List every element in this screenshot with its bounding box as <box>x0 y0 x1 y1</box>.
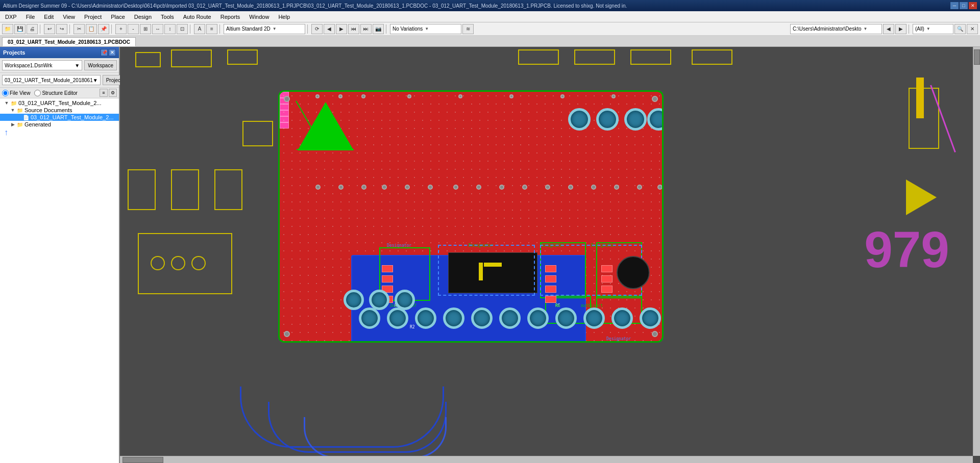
thru-hole-row2-11 <box>640 307 661 329</box>
toolbar-sep-2 <box>69 24 71 34</box>
tree-item-project[interactable]: ▼ 📁 03_012_UART_Test_Module_2... <box>0 99 119 107</box>
expand-project: ▼ <box>4 100 9 106</box>
tab-bar: 03_012_UART_Test_Module_20180613_1.PCBDO… <box>0 36 980 47</box>
path-dropdown[interactable]: C:\Users\Administrator\Deskto ▼ <box>790 24 882 34</box>
toolbar-btn-camera[interactable]: 📷 <box>373 24 384 34</box>
outer-comp-top2 <box>574 49 615 65</box>
corner-via-tr <box>652 96 658 102</box>
no-label: No <box>555 303 560 308</box>
via-15 <box>637 185 642 190</box>
via-t8 <box>611 94 616 98</box>
view-icon-2[interactable]: ⚙ <box>109 89 117 97</box>
toolbar-btn-redo[interactable]: ↪ <box>56 24 67 34</box>
toolbar-btn-back[interactable]: ◀ <box>883 24 894 34</box>
panel-close-btn[interactable]: ✕ <box>109 49 116 56</box>
toolbar-btn-3[interactable]: 🖨 <box>27 24 38 34</box>
menu-window[interactable]: Window <box>245 13 273 21</box>
menu-autoroute[interactable]: Auto Route <box>179 13 215 21</box>
tab-pcbdoc[interactable]: 03_012_UART_Test_Module_20180613_1.PCBDO… <box>2 37 136 46</box>
menu-place[interactable]: Place <box>107 13 129 21</box>
toolbar-btn-clear[interactable]: ✕ <box>967 24 978 34</box>
left-connector <box>242 121 273 146</box>
toolbar-btn-search[interactable]: 🔍 <box>954 24 966 34</box>
workspace-dropdown[interactable]: Workspace1.DsnWrk ▼ <box>2 60 82 70</box>
thru-hole-row2-1 <box>359 307 380 329</box>
horizontal-scrollbar[interactable] <box>120 456 973 463</box>
workspace-button[interactable]: Workspace <box>84 60 117 70</box>
menu-reports[interactable]: Reports <box>216 13 244 21</box>
toolbar-btn-fit[interactable]: ⊞ <box>140 24 151 34</box>
maximize-button[interactable]: □ <box>960 2 968 9</box>
toolbar-row1: 📁 💾 🖨 ↩ ↪ ✂ 📋 📌 + - ⊞ ↔ ↕ ⊡ A ≡ Altium S… <box>0 22 980 36</box>
tree-item-source-docs[interactable]: ▼ 📁 Source Documents <box>0 107 119 114</box>
menu-file[interactable]: File <box>22 13 39 21</box>
toolbar-btn-undo[interactable]: ↩ <box>44 24 55 34</box>
menu-tools[interactable]: Tools <box>157 13 178 21</box>
toolbar-btn-8[interactable]: A <box>194 24 205 34</box>
via-t1 <box>315 94 320 98</box>
title-bar: Altium Designer Summer 09 - C:\Users\Adm… <box>0 0 980 11</box>
toolbar-btn-zoom-in[interactable]: + <box>115 24 127 34</box>
via-t2 <box>338 94 342 98</box>
toolbar-btn-9[interactable]: ≡ <box>206 24 217 34</box>
pad-7 <box>545 286 556 293</box>
v-scrollbar-thumb[interactable] <box>974 49 980 65</box>
project-icon: 📁 <box>11 100 17 106</box>
r2-label: R2 <box>410 325 415 329</box>
toolbar-btn-5[interactable]: ↔ <box>152 24 163 34</box>
toolbar-btn-14[interactable]: ⏭ <box>360 24 372 34</box>
via-2 <box>338 185 344 190</box>
via-5 <box>405 185 410 190</box>
toolbar-btn-12[interactable]: ▶ <box>336 24 347 34</box>
view-dropdown-arrow: ▼ <box>273 27 277 31</box>
menu-view[interactable]: View <box>59 13 79 21</box>
variation-dropdown[interactable]: No Variations ▼ <box>390 24 461 34</box>
scope-dropdown[interactable]: (All) ▼ <box>913 24 953 34</box>
tree-item-generated[interactable]: ▶ 📁 Generated <box>0 121 119 128</box>
menu-design[interactable]: Design <box>130 13 156 21</box>
toolbar-btn-copy[interactable]: 📋 <box>86 24 97 34</box>
minimize-button[interactable]: ─ <box>950 2 959 9</box>
pad-8 <box>545 296 556 303</box>
path-dropdown-arrow: ▼ <box>863 27 867 31</box>
panel-pin-btn[interactable]: 📌 <box>101 49 108 56</box>
menu-dxp[interactable]: DXP <box>1 13 21 21</box>
projects-panel: Projects 📌 ✕ Workspace1.DsnWrk ▼ Workspa… <box>0 47 120 463</box>
close-button[interactable]: ✕ <box>969 2 977 9</box>
via-t7 <box>560 94 565 98</box>
large-number-979: 979 <box>864 220 949 279</box>
toolbar-btn-6[interactable]: ↕ <box>164 24 176 34</box>
toolbar-btn-zoom-out[interactable]: - <box>128 24 139 34</box>
thru-hole-row2-8 <box>555 307 577 329</box>
canvas-area[interactable]: 979 <box>120 47 980 463</box>
h-scrollbar-thumb[interactable] <box>122 457 163 463</box>
file-view-radio[interactable]: File View <box>2 90 30 96</box>
toolbar-btn-7[interactable]: ⊡ <box>177 24 188 34</box>
menu-project[interactable]: Project <box>80 13 106 21</box>
menu-edit[interactable]: Edit <box>40 13 58 21</box>
toolbar-btn-cut[interactable]: ✂ <box>74 24 85 34</box>
thru-hole-row2-2 <box>387 307 408 329</box>
toolbar-btn-2[interactable]: 💾 <box>14 24 26 34</box>
menu-help[interactable]: Help <box>274 13 294 21</box>
structure-editor-radio[interactable]: Structure Editor <box>34 90 77 96</box>
toolbar-btn-1[interactable]: 📁 <box>2 24 13 34</box>
pad-10 <box>601 275 612 282</box>
designator-label-5: Designator <box>606 337 631 341</box>
blue-outline-1 <box>438 245 535 296</box>
toolbar-btn-paste[interactable]: 📌 <box>98 24 109 34</box>
toolbar-sep-5 <box>219 24 222 34</box>
pcb-board: Designator Designator Designator Designa… <box>278 90 664 343</box>
pad-5 <box>545 265 556 272</box>
toolbar-btn-11[interactable]: ◀ <box>324 24 335 34</box>
tree-item-pcbdoc[interactable]: 📄 03_012_UART_Test_Module_2... <box>0 114 119 121</box>
vertical-scrollbar[interactable] <box>973 47 980 456</box>
toolbar-btn-13[interactable]: ⏮ <box>348 24 359 34</box>
toolbar-btn-10[interactable]: ⟳ <box>311 24 323 34</box>
via-14 <box>614 185 619 190</box>
project-dropdown[interactable]: 03_012_UART_Test_Module_2018061 ▼ <box>2 75 101 85</box>
toolbar-btn-var[interactable]: ≋ <box>462 24 474 34</box>
view-mode-dropdown[interactable]: Altium Standard 2D ▼ <box>224 24 305 34</box>
view-icon-1[interactable]: ≡ <box>100 89 108 97</box>
toolbar-btn-forward[interactable]: ▶ <box>895 24 906 34</box>
